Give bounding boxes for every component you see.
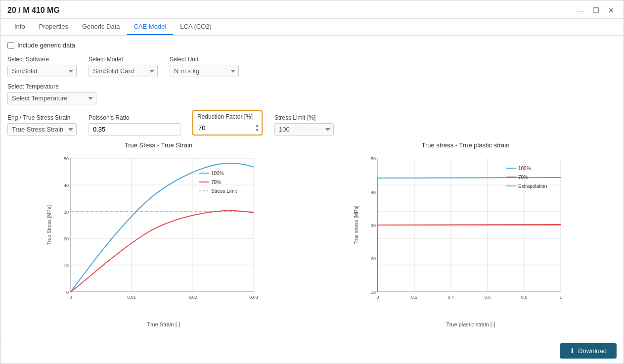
svg-text:0: 0 bbox=[376, 295, 379, 300]
tab-properties[interactable]: Properties bbox=[32, 19, 75, 35]
download-button[interactable]: ⬇ Download bbox=[560, 343, 617, 359]
reduction-factor-group: Reduction Factor [%] ▲ ▼ bbox=[192, 110, 263, 136]
minimize-button[interactable]: — bbox=[575, 5, 586, 15]
reduction-down-btn[interactable]: ▼ bbox=[254, 128, 261, 133]
svg-text:20: 20 bbox=[370, 256, 375, 261]
svg-text:100%: 100% bbox=[211, 171, 224, 176]
poissons-group: Poisson's Ratio bbox=[89, 114, 180, 136]
content-area: Include generic data Select Software Sim… bbox=[0, 36, 624, 335]
svg-text:0.4: 0.4 bbox=[447, 295, 454, 300]
select-temperature-group: Select Temperature Select Temperature bbox=[7, 83, 96, 104]
tab-info[interactable]: Info bbox=[7, 19, 32, 35]
maximize-button[interactable]: ❐ bbox=[590, 5, 602, 15]
select-unit-group: Select Unit N m s kg bbox=[170, 56, 239, 77]
download-icon: ⬇ bbox=[570, 347, 575, 355]
select-unit-select[interactable]: N m s kg bbox=[170, 65, 239, 77]
tab-bar: Info Properties Generic Data CAE Model L… bbox=[0, 19, 624, 36]
eng-true-label: Eng / True Stress Strain bbox=[7, 114, 77, 121]
download-label: Download bbox=[578, 347, 607, 355]
svg-text:30: 30 bbox=[370, 223, 375, 228]
poissons-label: Poisson's Ratio bbox=[89, 114, 180, 121]
main-window: 20 / M 410 MG — ❐ ✕ Info Properties Gene… bbox=[0, 0, 624, 364]
svg-text:0: 0 bbox=[69, 295, 72, 300]
stress-limit-label: Stress Limit [%] bbox=[274, 114, 334, 121]
form-row-3: Eng / True Stress Strain True Stress Str… bbox=[7, 110, 617, 136]
select-software-select[interactable]: SimSolid bbox=[7, 65, 77, 77]
select-software-group: Select Software SimSolid bbox=[7, 56, 77, 77]
svg-text:0.2: 0.2 bbox=[411, 295, 417, 300]
reduction-spinner: ▲ ▼ bbox=[254, 123, 261, 133]
chart2-x-label: True plastic strain [-] bbox=[446, 321, 495, 327]
svg-text:0.6: 0.6 bbox=[484, 295, 490, 300]
svg-text:30: 30 bbox=[63, 210, 68, 215]
tab-generic-data[interactable]: Generic Data bbox=[75, 19, 127, 35]
select-model-group: Select Model SimSolid Card bbox=[89, 56, 158, 77]
include-generic-label: Include generic data bbox=[17, 42, 75, 49]
svg-text:70%: 70% bbox=[518, 175, 528, 180]
svg-text:0.01: 0.01 bbox=[127, 295, 136, 300]
select-model-select[interactable]: SimSolid Card bbox=[89, 65, 158, 77]
close-button[interactable]: ✕ bbox=[606, 5, 617, 15]
svg-text:Extrapolation: Extrapolation bbox=[518, 183, 547, 189]
window-controls: — ❐ ✕ bbox=[575, 5, 617, 15]
svg-text:True Stress [MPa]: True Stress [MPa] bbox=[46, 205, 52, 245]
reduction-input-wrap: ▲ ▼ bbox=[194, 122, 261, 134]
form-row-1: Select Software SimSolid Select Model Si… bbox=[7, 56, 617, 77]
select-software-label: Select Software bbox=[7, 56, 77, 63]
stress-limit-group: Stress Limit [%] 100 bbox=[274, 114, 334, 136]
chart1-title: True Stess - True Strain bbox=[125, 141, 193, 149]
tab-lca[interactable]: LCA (CO2) bbox=[173, 19, 219, 35]
svg-text:0: 0 bbox=[66, 290, 68, 295]
chart1-container: True Stess - True Strain bbox=[12, 141, 305, 329]
svg-text:0.03: 0.03 bbox=[249, 295, 258, 300]
svg-text:1: 1 bbox=[559, 295, 562, 300]
form-row-2: Select Temperature Select Temperature bbox=[7, 83, 617, 104]
chart2-title: True stress - True plastic strain bbox=[422, 141, 510, 149]
footer: ⬇ Download bbox=[0, 338, 624, 364]
svg-text:100%: 100% bbox=[518, 166, 531, 171]
eng-true-select[interactable]: True Stress Strain bbox=[7, 123, 77, 136]
select-unit-label: Select Unit bbox=[170, 56, 239, 63]
select-temperature-select[interactable]: Select Temperature bbox=[7, 92, 96, 104]
stress-limit-select[interactable]: 100 bbox=[274, 123, 334, 136]
reduction-factor-input[interactable] bbox=[194, 122, 254, 134]
poissons-input[interactable] bbox=[89, 123, 180, 136]
include-generic-row: Include generic data bbox=[7, 42, 617, 49]
eng-true-group: Eng / True Stress Strain True Stress Str… bbox=[7, 114, 77, 136]
select-temperature-label: Select Temperature bbox=[7, 83, 96, 90]
tab-cae-model[interactable]: CAE Model bbox=[127, 19, 174, 35]
svg-text:50: 50 bbox=[370, 156, 375, 161]
reduction-up-btn[interactable]: ▲ bbox=[254, 123, 261, 128]
svg-text:40: 40 bbox=[370, 190, 375, 195]
chart2-container: True stress - True plastic strain bbox=[319, 141, 612, 329]
svg-text:20: 20 bbox=[63, 236, 68, 241]
svg-text:Stress Limit: Stress Limit bbox=[211, 188, 237, 194]
chart1-x-label: True Strain [-] bbox=[147, 321, 180, 327]
window-title: 20 / M 410 MG bbox=[7, 6, 60, 15]
svg-text:50: 50 bbox=[63, 156, 68, 161]
svg-text:True stress [MPa]: True stress [MPa] bbox=[354, 206, 359, 245]
reduction-factor-label: Reduction Factor [%] bbox=[194, 112, 261, 120]
select-model-label: Select Model bbox=[89, 56, 158, 63]
title-bar: 20 / M 410 MG — ❐ ✕ bbox=[0, 0, 624, 19]
include-generic-checkbox[interactable] bbox=[7, 42, 14, 49]
chart2-svg: 10 20 30 40 50 0 0.2 0.4 0.6 0.8 1 bbox=[352, 151, 579, 329]
svg-text:0.02: 0.02 bbox=[188, 295, 197, 300]
svg-text:40: 40 bbox=[63, 183, 68, 188]
charts-area: True Stess - True Strain bbox=[7, 141, 617, 329]
chart1-svg: 0 10 20 30 40 50 0 0.01 0.02 0.03 bbox=[45, 151, 272, 329]
svg-text:70%: 70% bbox=[211, 180, 221, 185]
svg-text:10: 10 bbox=[370, 290, 375, 295]
svg-text:10: 10 bbox=[63, 263, 68, 268]
svg-text:0.8: 0.8 bbox=[521, 295, 527, 300]
